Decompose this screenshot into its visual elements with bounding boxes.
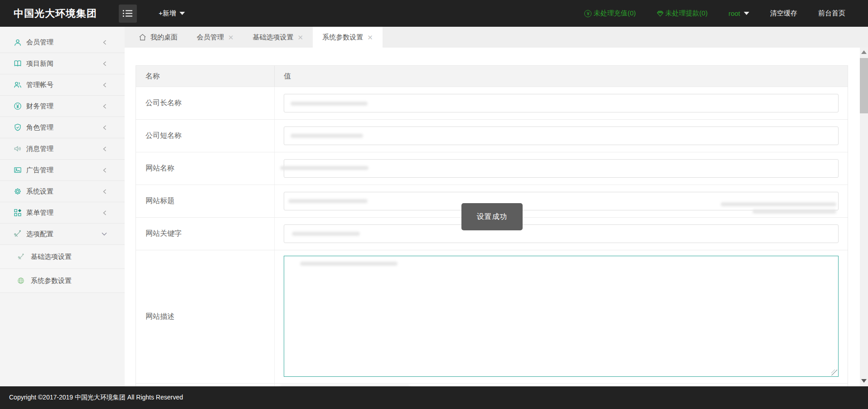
sidebar-item-system-settings[interactable]: 系统设置 xyxy=(0,181,125,202)
tab-label: 会员管理 xyxy=(197,33,224,42)
sidebar-subitem-system-params[interactable]: 系统参数设置 xyxy=(0,269,125,293)
sidebar-item-finance[interactable]: 财务管理 xyxy=(0,96,125,117)
chevron-left-icon xyxy=(102,125,107,131)
sidebar-item-roles[interactable]: 角色管理 xyxy=(0,117,125,138)
sidebar-item-label: 管理帐号 xyxy=(26,81,53,89)
scroll-down-arrow-icon[interactable] xyxy=(861,379,867,383)
tab-basic-options[interactable]: 基础选项设置 ✕ xyxy=(243,27,313,48)
vertical-scrollbar[interactable] xyxy=(860,48,868,386)
setting-label: 公司长名称 xyxy=(136,87,275,119)
sidebar-subitem-basic-options[interactable]: 基础选项设置 xyxy=(0,245,125,269)
redacted-value xyxy=(292,232,360,236)
column-header-value: 值 xyxy=(275,72,848,81)
table-row: 网站描述 xyxy=(136,250,848,383)
top-bar: 中国光大环境集团 +新增 ¥ 未处理充值(0) 未处理提款(0) root 清空… xyxy=(0,0,868,27)
setting-label: 网站关键字 xyxy=(136,218,275,250)
sidebar-nav: 会员管理 项目新闻 管理帐号 财务管理 角色管理 消息管理 xyxy=(0,27,125,386)
scrollbar-thumb[interactable] xyxy=(860,58,868,113)
table-row: 公司短名称 xyxy=(136,119,848,152)
sidebar-item-admin-accounts[interactable]: 管理帐号 xyxy=(0,74,125,96)
chevron-down-icon xyxy=(179,12,185,15)
hamburger-icon xyxy=(123,10,133,17)
textarea-site-description-frame xyxy=(284,256,839,377)
scroll-up-arrow-icon[interactable] xyxy=(861,50,867,54)
chevron-left-icon xyxy=(102,61,107,67)
setting-label: 公司短名称 xyxy=(136,120,275,152)
footer: Copyright ©2017-2019 中国光大环境集团 All Rights… xyxy=(0,386,868,409)
chevron-left-icon xyxy=(102,82,107,88)
tab-members[interactable]: 会员管理 ✕ xyxy=(187,27,243,48)
image-icon xyxy=(13,166,22,175)
chevron-left-icon xyxy=(102,210,107,216)
toast-message: 设置成功 xyxy=(461,203,523,230)
add-new-label: +新增 xyxy=(159,9,176,18)
speaker-icon xyxy=(13,144,22,153)
table-row xyxy=(136,383,848,386)
chevron-left-icon xyxy=(102,103,107,109)
shield-check-icon xyxy=(13,123,22,132)
redacted-value xyxy=(291,134,363,138)
table-header-row: 名称 值 xyxy=(136,66,848,87)
sidebar-item-messages[interactable]: 消息管理 xyxy=(0,138,125,160)
front-home-link[interactable]: 前台首页 xyxy=(818,9,845,18)
sidebar-item-label: 会员管理 xyxy=(26,38,53,47)
column-header-name: 名称 xyxy=(136,66,275,87)
sidebar-item-menu-management[interactable]: 菜单管理 xyxy=(0,202,125,224)
chevron-down-icon xyxy=(744,12,749,15)
textarea-site-description[interactable] xyxy=(284,256,838,376)
tab-label: 基础选项设置 xyxy=(253,33,294,42)
tab-my-desktop[interactable]: 我的桌面 xyxy=(129,27,187,48)
chevron-left-icon xyxy=(102,167,107,173)
chevron-down-icon xyxy=(101,231,107,237)
user-dropdown[interactable]: root xyxy=(728,10,749,17)
book-icon xyxy=(13,59,22,68)
users-icon xyxy=(13,80,22,89)
sidebar-item-label: 广告管理 xyxy=(26,166,53,175)
resize-grip-icon[interactable] xyxy=(831,370,837,375)
sidebar-item-ads[interactable]: 广告管理 xyxy=(0,160,125,181)
pending-withdraw-label: 未处理提款(0) xyxy=(665,9,708,18)
yen-circle-icon: ¥ xyxy=(584,10,592,17)
yen-circle-icon xyxy=(13,102,22,111)
close-icon[interactable]: ✕ xyxy=(367,34,373,41)
clear-cache-button[interactable]: 清空缓存 xyxy=(770,9,797,18)
sidebar-item-label: 消息管理 xyxy=(26,145,53,153)
tools-icon xyxy=(17,253,25,261)
sidebar-subitem-label: 系统参数设置 xyxy=(31,277,72,285)
sidebar-item-project-news[interactable]: 项目新闻 xyxy=(0,53,125,74)
grid-icon xyxy=(13,208,22,217)
home-icon xyxy=(139,34,146,41)
redacted-value xyxy=(300,262,398,266)
redacted-value xyxy=(721,202,836,206)
table-row: 网站名称 xyxy=(136,152,848,185)
pending-recharge-link[interactable]: ¥ 未处理充值(0) xyxy=(584,9,635,18)
setting-label: 网站标题 xyxy=(136,185,275,217)
sidebar-subitem-label: 基础选项设置 xyxy=(31,253,72,261)
table-row: 公司长名称 xyxy=(136,87,848,119)
pending-recharge-label: 未处理充值(0) xyxy=(593,9,635,18)
close-icon[interactable]: ✕ xyxy=(298,34,304,41)
user-icon xyxy=(13,38,22,47)
app-logo: 中国光大环境集团 xyxy=(14,7,97,20)
chevron-left-icon xyxy=(102,189,107,195)
redacted-value xyxy=(752,209,836,214)
close-icon[interactable]: ✕ xyxy=(228,34,234,41)
input-site-keywords[interactable] xyxy=(284,224,839,243)
pending-withdraw-link[interactable]: 未处理提款(0) xyxy=(657,9,708,18)
setting-label: 网站名称 xyxy=(136,152,275,185)
sidebar-item-option-config[interactable]: 选项配置 xyxy=(0,224,125,245)
chevron-left-icon xyxy=(102,39,107,45)
setting-label: 网站描述 xyxy=(136,250,275,383)
sidebar-item-members[interactable]: 会员管理 xyxy=(0,32,125,53)
tab-system-params[interactable]: 系统参数设置 ✕ xyxy=(313,27,383,48)
username-label: root xyxy=(728,10,740,17)
add-new-dropdown[interactable]: +新增 xyxy=(159,9,185,18)
tab-label: 我的桌面 xyxy=(150,33,178,42)
copyright-text: Copyright ©2017-2019 中国光大环境集团 All Rights… xyxy=(9,394,183,402)
sidebar-item-label: 项目新闻 xyxy=(26,59,53,68)
sidebar-toggle-button[interactable] xyxy=(119,5,137,23)
input-company-short-name[interactable] xyxy=(284,127,839,145)
redacted-value xyxy=(288,199,368,203)
globe-icon xyxy=(17,277,25,285)
sidebar-item-label: 系统设置 xyxy=(26,187,53,196)
